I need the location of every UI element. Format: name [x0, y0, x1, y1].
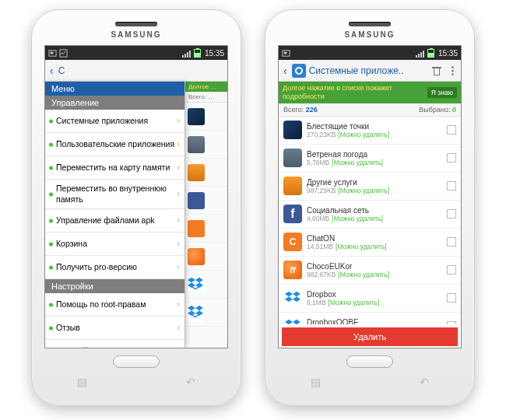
app-size: 6,1MB	[307, 299, 326, 306]
screenshot-icon	[282, 49, 290, 58]
clock: 15:35	[203, 49, 224, 58]
home-button[interactable]	[113, 355, 160, 368]
chevron-right-icon: ›	[177, 345, 180, 348]
menu-apk-files[interactable]: Управление файлами apk›	[45, 209, 184, 233]
menu-move-internal[interactable]: Переместить во внутреннюю память›	[45, 180, 184, 209]
svg-rect-1	[51, 51, 54, 54]
menu-get-pro[interactable]: Получить pro-версию›	[45, 256, 184, 279]
bg-icon-fb	[188, 192, 205, 209]
menu-user-apps[interactable]: Пользовательские приложения›	[45, 133, 184, 156]
brand-label: SAMSUNG	[111, 30, 161, 39]
app-list[interactable]: Блестящие точки270,23KB[Можно удалить] В…	[279, 117, 461, 324]
checkbox[interactable]	[447, 125, 456, 135]
menu-feedback[interactable]: Отзыв›	[45, 317, 184, 340]
app-row[interactable]: C ChatON14,51MB[Можно удалить]	[279, 229, 461, 257]
app-row[interactable]: ff ChocoEUKor982,67KB[Можно удалить]	[279, 257, 461, 285]
tip-banner: Долгое нажатие в списке покажет подробно…	[279, 82, 461, 103]
back-softkey-icon[interactable]: ↶	[420, 376, 429, 388]
overflow-menu-icon[interactable]	[447, 65, 458, 76]
removable-tag: [Можно удалить]	[338, 131, 389, 138]
clock: 15:35	[437, 49, 458, 58]
app-size: 987,29KB	[307, 187, 336, 194]
chevron-right-icon: ›	[177, 162, 180, 174]
drawer-title: Меню	[45, 82, 184, 96]
app-size: 5,76MB	[307, 159, 329, 166]
checkbox[interactable]	[447, 181, 456, 191]
checkbox[interactable]	[447, 293, 456, 303]
app-row[interactable]: DropboxOOBE1,13MB[Можно удалить]	[279, 313, 461, 324]
titlebar: ‹ С	[45, 60, 227, 82]
page-title: Системные приложе..	[309, 65, 428, 76]
back-icon[interactable]: ‹	[48, 65, 55, 77]
behind-content: Долгое … Всего: …	[185, 82, 227, 348]
back-icon[interactable]: ‹	[282, 65, 289, 77]
chevron-right-icon: ›	[177, 261, 180, 274]
title-fragment: С	[58, 65, 65, 76]
delete-action-icon[interactable]	[431, 65, 442, 76]
bullet-icon	[49, 303, 53, 306]
app-icon-other	[283, 177, 302, 195]
app-row[interactable]: Другие услуги987,29KB[Можно удалить]	[279, 173, 461, 201]
removable-tag: [Можно удалить]	[332, 215, 383, 222]
chevron-right-icon: ›	[177, 138, 180, 151]
checkbox[interactable]	[447, 237, 456, 247]
menu-label: Отзыв	[56, 323, 80, 334]
app-size: 270,23KB	[307, 131, 336, 138]
bullet-icon	[49, 119, 53, 123]
menu-system-apps[interactable]: Системные приложения›	[45, 110, 184, 133]
app-row[interactable]: Dropbox6,1MB[Можно удалить]	[279, 285, 461, 313]
bg-icon-dots	[188, 108, 205, 125]
status-bar: 15:35	[279, 46, 461, 60]
bullet-icon	[49, 192, 53, 196]
menu-label: Переместить на карту памяти	[56, 163, 170, 173]
home-button[interactable]	[346, 355, 393, 368]
back-softkey-icon[interactable]: ↶	[186, 376, 195, 388]
total-label: Всего:	[283, 106, 304, 114]
app-name: Ветреная погода	[307, 150, 442, 159]
earpiece	[349, 22, 391, 26]
tip-dismiss-button[interactable]: Я знаю	[427, 87, 457, 98]
menu-root-help[interactable]: Помощь по root-правам›	[45, 293, 184, 317]
app-name: Другие услуги	[307, 178, 442, 187]
menu-label: Помощь по root-правам	[56, 299, 146, 310]
stats-strip: Всего: …	[185, 92, 227, 103]
removable-tag: [Можно удалить]	[332, 159, 383, 166]
chevron-right-icon: ›	[177, 322, 180, 334]
app-row[interactable]: Блестящие точки270,23KB[Можно удалить]	[279, 117, 461, 145]
menu-move-sd[interactable]: Переместить на карту памяти›	[45, 156, 184, 180]
bullet-icon	[49, 219, 53, 222]
bullet-icon	[49, 166, 53, 170]
checkbox[interactable]	[447, 265, 456, 275]
svg-rect-4	[284, 51, 287, 54]
delete-button[interactable]: Удалить	[282, 327, 458, 346]
bg-icon-ff	[188, 248, 205, 265]
battery-icon	[427, 49, 434, 58]
checkbox[interactable]	[447, 209, 456, 219]
app-row[interactable]: f Социальная сеть4,60MB[Можно удалить]	[279, 201, 461, 229]
status-bar: 15:35	[45, 46, 227, 60]
app-icon	[292, 64, 306, 78]
app-size: 982,67KB	[307, 271, 336, 278]
menu-settings[interactable]: Настройки›	[45, 340, 184, 348]
app-name: DropboxOOBE	[307, 318, 442, 324]
menu-trash[interactable]: Корзина›	[45, 233, 184, 256]
stats-row: Всего: 226 Выбрано: 0	[279, 103, 461, 117]
checkbox[interactable]	[447, 321, 456, 324]
app-size: 14,51MB	[307, 243, 333, 250]
app-name: Блестящие точки	[307, 122, 442, 131]
screen-left: 15:35 ‹ С Долгое … Всего: …	[44, 45, 228, 348]
removable-tag: [Можно удалить]	[336, 243, 387, 250]
app-icon-dropbox-oobe	[283, 317, 302, 324]
screen-right: 15:35 ‹ Системные приложе.. Долгое нажат…	[278, 45, 462, 348]
bullet-icon	[49, 242, 53, 246]
menu-softkey-icon[interactable]: ▤	[77, 376, 87, 388]
screenshot-icon	[48, 49, 57, 58]
menu-softkey-icon[interactable]: ▤	[311, 376, 321, 388]
app-row[interactable]: Ветреная погода5,76MB[Можно удалить]	[279, 145, 461, 173]
section-header-settings: Настройки	[45, 279, 184, 293]
earpiece	[115, 22, 157, 26]
nav-drawer[interactable]: Меню Управление Системные приложения› По…	[45, 82, 185, 348]
bg-icon-db	[188, 276, 205, 293]
checkbox[interactable]	[447, 153, 456, 163]
app-icon-dots	[283, 121, 302, 139]
